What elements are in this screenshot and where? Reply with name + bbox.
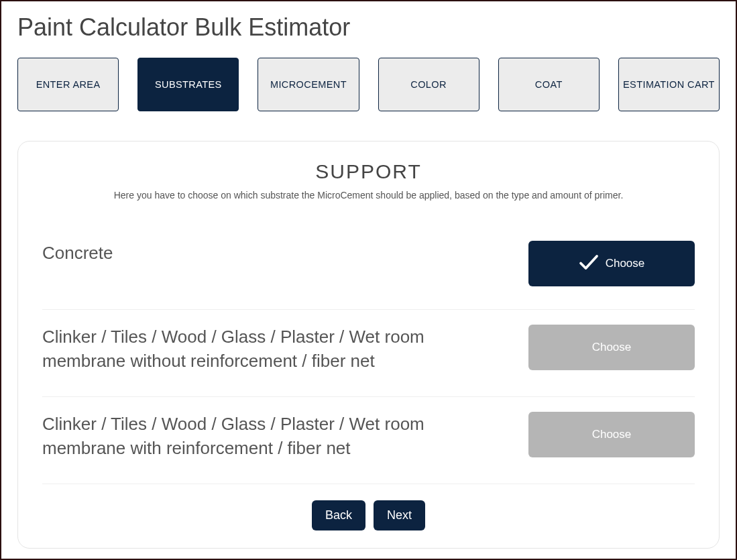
option-label: Concrete — [42, 241, 504, 265]
page-title: Paint Calculator Bulk Estimator — [17, 13, 720, 42]
back-button[interactable]: Back — [312, 500, 365, 530]
tab-estimation-cart[interactable]: ESTIMATION CART — [618, 58, 720, 111]
nav-buttons: Back Next — [42, 500, 695, 530]
tab-enter-area[interactable]: ENTER AREA — [17, 58, 119, 111]
option-row: Clinker / Tiles / Wood / Glass / Plaster… — [42, 397, 695, 484]
option-label: Clinker / Tiles / Wood / Glass / Plaster… — [42, 325, 504, 374]
next-button[interactable]: Next — [374, 500, 425, 530]
panel-title: SUPPORT — [42, 160, 695, 183]
check-icon — [579, 254, 599, 274]
tab-substrates[interactable]: SUBSTRATES — [137, 58, 239, 111]
option-label: Clinker / Tiles / Wood / Glass / Plaster… — [42, 412, 504, 461]
panel-subtitle: Here you have to choose on which substra… — [42, 190, 695, 201]
step-tabs: ENTER AREA SUBSTRATES MICROCEMENT COLOR … — [17, 58, 720, 111]
option-row: Concrete Choose — [42, 226, 695, 310]
choose-button-concrete[interactable]: Choose — [528, 241, 695, 286]
choose-button-with-reinforcement[interactable]: Choose — [528, 412, 695, 457]
option-row: Clinker / Tiles / Wood / Glass / Plaster… — [42, 310, 695, 397]
choose-button-without-reinforcement[interactable]: Choose — [528, 325, 695, 370]
support-panel: SUPPORT Here you have to choose on which… — [17, 141, 720, 549]
tab-microcement[interactable]: MICROCEMENT — [258, 58, 359, 111]
choose-button-label: Choose — [592, 341, 632, 354]
tab-coat[interactable]: COAT — [498, 58, 600, 111]
choose-button-label: Choose — [592, 428, 632, 441]
tab-color[interactable]: COLOR — [378, 58, 479, 111]
choose-button-label: Choose — [606, 257, 645, 270]
